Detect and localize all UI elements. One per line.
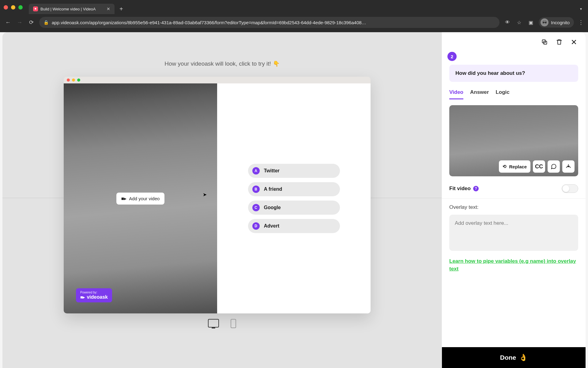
replace-icon: ⟲ <box>503 164 507 169</box>
replace-label: Replace <box>509 164 527 169</box>
thumbnail-controls: ⟲ Replace CC <box>499 160 575 173</box>
step-number-badge: 2 <box>447 52 457 61</box>
captions-button[interactable]: CC <box>533 160 545 173</box>
mobile-preview-button[interactable] <box>231 319 236 328</box>
close-button[interactable] <box>570 38 578 46</box>
overlay-text-section: Overlay text: Learn how to pipe variable… <box>442 199 586 278</box>
answer-option-b[interactable]: B A friend <box>248 182 340 196</box>
device-preview: ■▸ Add your video Powered by: ■▸ videoas… <box>64 77 371 313</box>
tab-answer[interactable]: Answer <box>470 89 489 99</box>
answer-option-c[interactable]: C Google <box>248 201 340 215</box>
device-body: ■▸ Add your video Powered by: ■▸ videoas… <box>64 83 371 313</box>
download-button[interactable] <box>562 160 575 173</box>
fit-video-setting: Fit video ? <box>442 176 586 199</box>
video-pane[interactable]: ■▸ Add your video Powered by: ■▸ videoas… <box>64 83 217 313</box>
incognito-label: Incognito <box>551 20 570 25</box>
lock-icon: 🔒 <box>43 20 49 25</box>
done-button[interactable]: Done 👌 <box>442 347 586 368</box>
panel-icon[interactable]: ▣ <box>527 20 534 25</box>
device-titlebar <box>64 77 371 83</box>
transcript-button[interactable] <box>548 160 560 173</box>
back-button[interactable]: ← <box>4 19 12 26</box>
fit-video-toggle[interactable] <box>562 184 578 193</box>
answer-letter-badge: B <box>252 186 260 193</box>
url-text: app.videoask.com/app/organizations/8b955… <box>52 20 495 25</box>
window-traffic-lights <box>4 5 26 10</box>
tab-close-icon[interactable]: ✕ <box>107 6 110 11</box>
answers-pane: A Twitter B A friend C Google D Advert <box>217 83 371 313</box>
url-field[interactable]: 🔒 app.videoask.com/app/organizations/8b9… <box>39 17 499 28</box>
browser-tab[interactable]: Build | Welcome video | VideoA ✕ <box>29 4 115 14</box>
learn-variables-link[interactable]: Learn how to pipe variables (e.g name) i… <box>449 258 578 273</box>
powered-by-badge[interactable]: Powered by: ■▸ videoask <box>76 288 112 302</box>
answer-letter-badge: C <box>252 204 260 211</box>
answer-text: A friend <box>264 186 282 192</box>
answer-option-d[interactable]: D Advert <box>248 219 340 233</box>
question-title[interactable]: How did you hear about us? <box>449 65 578 82</box>
powered-by-label: Powered by: <box>80 291 108 294</box>
sidebar-tabs: Video Answer Logic <box>442 84 586 100</box>
desktop-preview-button[interactable] <box>208 319 219 328</box>
device-toggle <box>208 319 236 328</box>
help-icon[interactable]: ? <box>473 186 479 191</box>
window-zoom-icon[interactable] <box>18 5 23 10</box>
tab-video[interactable]: Video <box>449 89 463 99</box>
eye-off-icon[interactable]: 👁 <box>504 20 511 25</box>
add-video-label: Add your video <box>129 196 160 201</box>
window-minimize-icon[interactable] <box>11 5 15 10</box>
incognito-badge[interactable]: 🕶 Incognito <box>539 17 574 28</box>
tab-bar: Build | Welcome video | VideoA ✕ + ▾ <box>0 0 588 15</box>
bookmark-icon[interactable]: ☆ <box>515 20 523 25</box>
tab-title: Build | Welcome video | VideoA <box>40 7 104 11</box>
overlay-text-input[interactable] <box>449 215 578 251</box>
fit-video-label: Fit video <box>449 186 471 192</box>
browser-menu-icon[interactable]: ⋮ <box>578 19 584 26</box>
forward-button[interactable]: → <box>16 19 23 26</box>
pointing-down-icon: 👇 <box>273 60 280 67</box>
address-bar: ← → ⟳ 🔒 app.videoask.com/app/organizatio… <box>0 15 588 30</box>
camera-icon: ■▸ <box>121 196 127 201</box>
preview-zoom-icon <box>77 79 80 82</box>
duplicate-button[interactable] <box>540 38 549 46</box>
fit-video-label-group: Fit video ? <box>449 186 479 192</box>
app-content: How your videoask will look, click to tr… <box>2 32 586 368</box>
reload-button[interactable]: ⟳ <box>28 19 35 26</box>
preview-close-icon <box>67 79 70 82</box>
delete-button[interactable] <box>555 38 564 46</box>
sidebar: 2 How did you hear about us? Video Answe… <box>442 32 586 368</box>
video-thumbnail[interactable]: ⟲ Replace CC <box>449 105 578 176</box>
incognito-icon: 🕶 <box>541 18 548 26</box>
sidebar-top-actions <box>442 32 586 49</box>
window-close-icon[interactable] <box>4 5 8 10</box>
overlay-label: Overlay text: <box>449 204 578 210</box>
answer-option-a[interactable]: A Twitter <box>248 164 340 178</box>
add-video-button[interactable]: ■▸ Add your video <box>116 193 165 205</box>
canvas-hint-text: How your videoask will look, click to tr… <box>164 60 271 67</box>
new-tab-button[interactable]: + <box>119 6 123 13</box>
answer-text: Google <box>264 205 281 210</box>
answer-text: Advert <box>264 223 280 229</box>
tab-overflow-icon[interactable]: ▾ <box>580 7 582 11</box>
canvas-area: How your videoask will look, click to tr… <box>2 32 442 368</box>
ok-hand-icon: 👌 <box>519 354 527 362</box>
preview-minimize-icon <box>72 79 75 82</box>
tab-logic[interactable]: Logic <box>496 89 509 99</box>
browser-chrome: Build | Welcome video | VideoA ✕ + ▾ ← →… <box>0 0 588 32</box>
answer-letter-badge: D <box>252 222 260 230</box>
videoask-logo-icon: ■▸ <box>80 295 85 300</box>
tab-favicon-icon <box>33 6 38 11</box>
replace-button[interactable]: ⟲ Replace <box>499 160 530 173</box>
powered-by-name: videoask <box>87 294 107 300</box>
answer-text: Twitter <box>264 168 280 174</box>
canvas-hint: How your videoask will look, click to tr… <box>164 60 279 67</box>
done-label: Done <box>500 354 516 361</box>
answer-letter-badge: A <box>252 167 260 174</box>
